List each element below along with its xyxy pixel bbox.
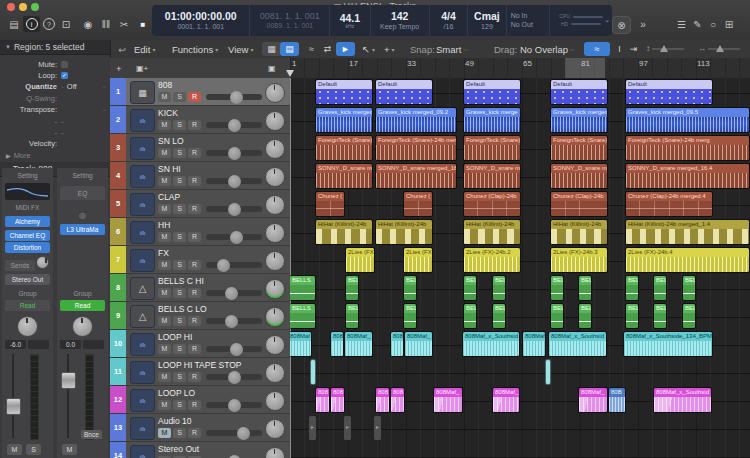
region-sonny-d-snare-me[interactable]: SONNY_D_snare me [463,163,521,189]
track-header-fx[interactable]: 7ıllıFXMSR [110,246,290,274]
undo-icon[interactable]: ↩ [118,42,126,56]
region[interactable]: ► [343,415,352,441]
track-header-loop-lo[interactable]: 12ıllıLOOP LOMSR [110,386,290,414]
region-foreignteck-snare-[interactable]: ForeignTeck (Snare) [550,135,608,161]
lcd-tempo[interactable]: 142 Keep Tempo [371,5,430,36]
track-header-bells-c-lo[interactable]: 9△BELLS C LOMSR [110,302,290,330]
media-browser-icon[interactable]: ⊞ [721,16,737,32]
region-default[interactable]: Default [463,79,521,105]
track-header-loop-hi[interactable]: 10ıllıLOOP HIMSR [110,330,290,358]
track-name[interactable]: SN HI [158,164,181,174]
automation-mode-button[interactable]: Read [5,300,50,311]
region-chunez-[interactable]: Chunez ( [315,191,345,217]
volume-readout[interactable]: -6.0 [5,340,26,349]
track-view-icon[interactable]: ▤ [280,42,299,56]
record-enable-button[interactable]: R [188,344,201,354]
waveform-icon[interactable]: ıllı [130,165,155,188]
volume-slider-thumb[interactable] [230,91,243,104]
volume-fader[interactable] [8,354,18,438]
add-track-button[interactable]: + [116,61,122,75]
region-sonny-d-snare-merged-16-1[interactable]: SONNY_D_snare merged_16.1 [375,163,457,189]
track-volume-slider[interactable] [206,262,262,268]
lcd-key-signature[interactable]: Cmaj 129 [468,5,507,36]
region-inspector-header[interactable]: ▼Region: 5 selected [0,40,110,55]
eq-slot[interactable]: EQ [60,186,105,200]
track-header-sn-hi[interactable]: 4ıllıSN HIMSR [110,162,290,190]
group-slot[interactable]: Group [60,288,105,299]
mute-button[interactable]: M [158,148,171,158]
region-2lies-fx[interactable]: 2Lies (FX [345,247,375,273]
track-pan-knob[interactable] [265,363,285,383]
track-pan-knob[interactable] [265,223,285,243]
waveform-icon[interactable]: ıllı [130,333,155,356]
region-default[interactable]: Default [625,79,713,105]
region-chunez-clap-24b[interactable]: Chunez (Clap)-24b [550,191,608,217]
volume-slider-thumb[interactable] [228,147,241,160]
waveform-icon[interactable]: ıllı [130,445,155,458]
waveform-icon[interactable]: ıllı [130,417,155,440]
track-header-audio-10[interactable]: 13ıllıAudio 10MSR [110,414,290,442]
track-header-hh[interactable]: 6ıllıHHMSR [110,218,290,246]
region-bel[interactable]: BEL [403,275,417,301]
functions-menu[interactable]: Functions▾ [172,42,218,56]
track-volume-slider[interactable] [206,346,262,352]
solo-button[interactable]: S [173,92,186,102]
region-80b[interactable]: 80B [608,387,626,413]
record-enable-button[interactable]: R [188,232,201,242]
waveform-icon[interactable]: ıllı [130,109,155,132]
mute-checkbox[interactable] [61,61,68,68]
region-bel[interactable]: BEL [550,303,564,329]
loop-browser-icon[interactable]: ○ [706,16,720,32]
more-disclosure[interactable]: More [14,151,31,160]
region-bel[interactable]: BEL [625,303,639,329]
region-bel[interactable]: BEL [345,303,359,329]
record-enable-button[interactable]: R [188,316,201,326]
mute-button[interactable]: M [158,372,171,382]
audio-fx-slot-1[interactable]: Channel EQ [5,230,50,241]
pointer-tool-menu[interactable]: ↖▾ [362,42,375,56]
volume-readout[interactable]: 0.0 [60,340,81,349]
vertical-zoom-slider[interactable]: ↕ [646,44,684,53]
mute-button[interactable]: M [158,316,171,326]
region-bells[interactable]: BELLS [290,275,316,301]
volume-fader[interactable] [63,354,73,438]
eq-thumbnail[interactable] [5,183,50,200]
region-bel[interactable]: BEL [550,275,564,301]
region[interactable] [310,359,316,385]
secondary-tool-menu[interactable]: +▾ [384,42,395,56]
volume-slider-thumb[interactable] [225,315,238,328]
mute-button[interactable]: M [158,120,171,130]
track-pan-knob[interactable] [265,83,285,103]
list-editors-icon[interactable]: ☰ [674,16,689,32]
track-volume-slider[interactable] [206,150,262,156]
track-name[interactable]: Stereo Out [158,444,199,454]
region-foreignteck-snare-[interactable]: ForeignTeck (Snare) [463,135,521,161]
region-808maf[interactable]: 808Maf [522,331,546,357]
mute-button[interactable]: M [158,176,171,186]
editors-icon[interactable]: ✂ [116,16,132,32]
view-menu[interactable]: View▾ [228,42,253,56]
track-header-808[interactable]: 1▦808MSR [110,78,290,106]
region-808maf-x-southsid[interactable]: 808Maf_x_Southsid [653,387,712,413]
region-2lies-fx[interactable]: 2Lies (FX [403,247,433,273]
track-pan-knob[interactable] [265,447,285,458]
track-pan-knob[interactable] [265,167,285,187]
track-volume-slider[interactable] [206,290,262,296]
region-bel[interactable]: BEL [463,275,477,301]
mixer-icon[interactable]: ‖‖ [98,16,114,32]
track-volume-slider[interactable] [206,402,262,408]
region-bel[interactable]: BEL [653,303,667,329]
region-sonny-d-snare-me[interactable]: SONNY_D_snare me [315,163,373,189]
track-volume-slider[interactable] [206,206,262,212]
track-pan-knob[interactable] [265,391,285,411]
region-808[interactable]: 808 [390,331,404,357]
midi-fx-slot[interactable]: MIDI FX [5,202,50,213]
flex-view-icon[interactable]: ⇥ [624,42,643,56]
region-bel[interactable]: BEL [492,275,506,301]
stereo-format-icon[interactable]: ◎ [60,210,105,221]
region-graves-kick-merged-09-5[interactable]: Graves_kick merged_09.5 [625,107,750,133]
solo-button[interactable]: S [173,176,186,186]
mute-button[interactable]: M [158,204,171,214]
track-name[interactable]: SN LO [158,136,184,146]
solo-button[interactable]: S [173,288,186,298]
